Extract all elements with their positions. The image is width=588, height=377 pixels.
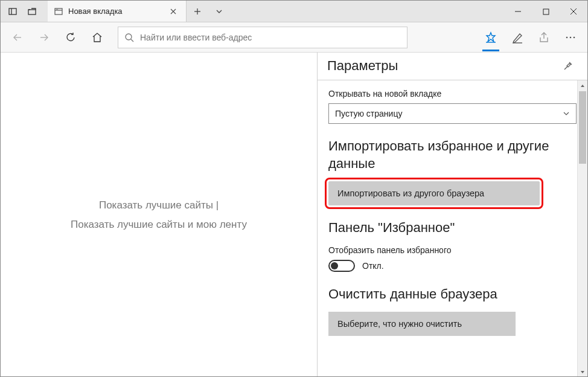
scroll-track[interactable] [578,91,587,367]
favorites-hub-button[interactable] [478,24,504,51]
close-tab-icon[interactable] [170,8,180,14]
svg-marker-20 [487,33,495,42]
share-button[interactable] [531,24,557,51]
svg-point-26 [574,36,575,38]
new-tab-button[interactable] [187,1,208,22]
home-button[interactable] [84,24,110,51]
tab-actions [187,1,230,22]
maximize-button[interactable] [532,1,560,22]
open-on-new-tab-label: Открывать на новой вкладке [328,89,577,98]
svg-marker-28 [567,63,570,67]
choose-what-to-clear-button[interactable]: Выберите, что нужно очистить [328,312,516,336]
search-icon [124,33,134,42]
svg-point-25 [570,36,572,38]
svg-marker-30 [581,85,584,87]
scroll-down-icon[interactable] [578,367,587,377]
page-icon [54,7,63,16]
svg-line-27 [564,66,567,69]
main-area: Показать лучшие сайты | Показать лучшие … [1,53,587,377]
favorites-section-title: Панель "Избранное" [328,219,577,237]
import-from-browser-button[interactable]: Импортировать из другого браузера [328,181,540,205]
import-button-label: Импортировать из другого браузера [337,188,484,198]
settings-panel: Параметры Открывать на новой вкладке Пус… [317,53,587,377]
refresh-button[interactable] [57,24,84,51]
select-value: Пустую страницу [335,109,402,118]
titlebar: Новая вкладка [1,1,587,22]
favorites-toggle[interactable] [328,260,355,272]
panel-body: Открывать на новой вкладке Пустую страни… [318,80,587,377]
scroll-thumb[interactable] [579,91,586,164]
page-links: Показать лучшие сайты | Показать лучшие … [71,196,247,235]
show-tabs-icon[interactable] [22,1,42,22]
open-on-new-tab-select[interactable]: Пустую страницу [328,103,577,124]
panel-title: Параметры [327,58,563,74]
show-favorites-bar-label: Отобразить панель избранного [328,245,577,255]
toggle-knob [331,262,338,269]
pin-icon[interactable] [563,61,578,71]
forward-button[interactable] [31,24,57,51]
favorites-toggle-row: Откл. [328,260,577,272]
nav-buttons [4,24,110,51]
new-tab-page: Показать лучшие сайты | Показать лучшие … [1,53,317,377]
toggle-state-label: Откл. [362,261,384,271]
notes-button[interactable] [504,24,531,51]
scrollbar[interactable] [577,80,587,377]
svg-marker-31 [581,371,584,373]
tab-chevron-icon[interactable] [208,1,230,22]
svg-point-24 [566,36,568,38]
window-controls [504,1,587,22]
address-bar[interactable] [118,27,407,48]
tab-preview-buttons [1,1,44,22]
toolbar [1,22,587,53]
minimize-button[interactable] [504,1,532,22]
show-top-sites-link[interactable]: Показать лучшие сайты [99,199,213,211]
close-window-button[interactable] [560,1,587,22]
clear-data-section-title: Очистить данные браузера [328,285,577,303]
svg-rect-13 [543,9,549,14]
separator: | [213,199,219,211]
import-section-title: Импортировать избранное и другие данные [328,137,577,173]
browser-tab[interactable]: Новая вкладка [48,1,187,22]
address-input[interactable] [140,33,401,42]
svg-rect-0 [9,8,16,14]
svg-rect-4 [55,8,62,14]
svg-line-19 [131,39,133,42]
tabs-aside-icon[interactable] [3,1,22,22]
scroll-up-icon[interactable] [578,80,587,91]
tab-title: Новая вкладка [68,7,165,16]
svg-point-18 [126,34,132,40]
more-button[interactable] [557,24,584,51]
panel-header: Параметры [318,53,587,80]
clear-button-label: Выберите, что нужно очистить [337,319,462,329]
show-top-sites-feed-link[interactable]: Показать лучшие сайты и мою ленту [71,219,247,230]
toolbar-right [478,24,584,51]
chevron-down-icon [563,110,570,117]
back-button[interactable] [4,24,31,51]
svg-rect-2 [28,10,36,14]
